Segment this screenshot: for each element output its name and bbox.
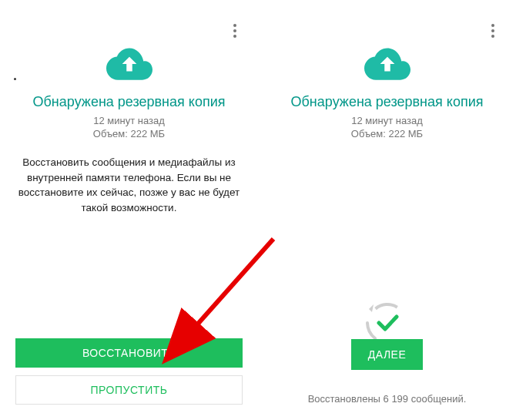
restore-button[interactable]: ВОССТАНОВИТЬ — [15, 338, 243, 368]
actions-area: ВОССТАНОВИТЬ ПРОПУСТИТЬ — [15, 338, 243, 405]
backup-size: Объем: 222 МБ — [351, 128, 423, 139]
backup-found-screen: Обнаружена резервная копия 12 минут наза… — [0, 0, 258, 420]
more-menu-button[interactable] — [227, 23, 243, 39]
backup-time: 12 минут назад — [351, 115, 423, 126]
more-menu-button[interactable] — [485, 23, 501, 39]
backup-description: Восстановить сообщения и медиафайлы из в… — [15, 155, 243, 215]
cloud-upload-icon — [364, 48, 410, 80]
svg-marker-1 — [369, 304, 374, 312]
backup-size: Объем: 222 МБ — [93, 128, 165, 139]
next-button[interactable]: ДАЛЕЕ — [351, 339, 424, 370]
cloud-upload-icon — [106, 48, 152, 80]
skip-button[interactable]: ПРОПУСТИТЬ — [15, 375, 243, 405]
restore-complete-screen: Обнаружена резервная копия 12 минут наза… — [258, 0, 516, 420]
backup-title: Обнаружена резервная копия — [291, 94, 484, 110]
restore-status: Восстановлены 6 199 сообщений. — [308, 393, 467, 405]
success-checkmark-icon — [366, 301, 409, 344]
actions-area: ДАЛЕЕ Восстановлены 6 199 сообщений. — [273, 339, 501, 405]
backup-time: 12 минут назад — [93, 115, 165, 126]
backup-title: Обнаружена резервная копия — [33, 94, 226, 110]
